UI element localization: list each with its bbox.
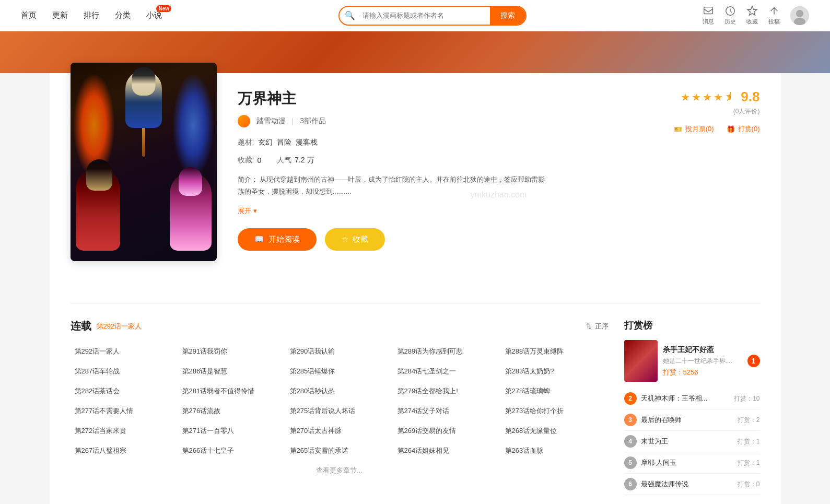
chapter-item[interactable]: 第279话全都给我上!	[393, 381, 501, 401]
search-button[interactable]: 搜索	[490, 7, 525, 25]
donate-button[interactable]: 🎁 打赏(0)	[727, 124, 760, 134]
donate-label: 打赏(0)	[738, 124, 760, 134]
chapter-item[interactable]: 第275话背后说人坏话	[286, 401, 393, 421]
chapter-item[interactable]: 第268话无缘量位	[501, 421, 609, 441]
tag-manzhan[interactable]: 漫客栈	[296, 138, 318, 147]
message-icon-item[interactable]: 消息	[703, 5, 714, 26]
manga-detail: 亿码酷站 ymkuzhan.com 万界神主 踏雪动漫 | 3部作品 题材: 玄…	[71, 73, 760, 303]
manga-stats: 收藏: 0 人气 7.2 万	[238, 156, 674, 165]
reward-list-title[interactable]: 摩耶·人间玉	[641, 458, 677, 467]
reward-rank-3-badge: 3	[624, 414, 637, 426]
chapter-item[interactable]: 第289话为你感到可悲	[393, 342, 501, 361]
chapter-item[interactable]: 第285话锤爆你	[286, 361, 393, 381]
chapter-sort[interactable]: ⇅ 正序	[586, 322, 609, 331]
collect-button[interactable]: ☆ 收藏	[325, 228, 385, 251]
reward-list-title[interactable]: 末世为王	[641, 437, 668, 446]
main-nav: 首页 更新 排行 分类 小说 New	[21, 10, 162, 20]
chapter-item[interactable]: 第291话我罚你	[178, 342, 286, 361]
history-icon-item[interactable]: 历史	[724, 5, 736, 26]
chapter-item[interactable]: 第272话当家米贵	[71, 421, 178, 441]
reward-rank-2-badge: 2	[624, 392, 637, 405]
reward-list-count: 打赏：1	[738, 459, 760, 467]
star-2: ★	[692, 91, 701, 103]
rating-count-text: 0人评价	[735, 108, 758, 115]
nav-update[interactable]: 更新	[52, 10, 68, 20]
collect-stat: 收藏: 0	[238, 156, 262, 165]
chapter-item[interactable]: 第267话八璧祖宗	[71, 441, 178, 461]
chapter-item[interactable]: 第286话是智慧	[178, 361, 286, 381]
chapter-item[interactable]: 第276话流故	[178, 401, 286, 421]
chevron-down-icon: ▾	[253, 207, 257, 215]
nav-rank[interactable]: 排行	[84, 10, 99, 20]
nav-home[interactable]: 首页	[21, 10, 37, 20]
chapter-item[interactable]: 第292话一家人	[71, 342, 178, 361]
search-input[interactable]	[360, 7, 490, 24]
reward-top-info: 杀手王妃不好惹 她是二十一世纪杀手界.... 打赏：5256	[663, 345, 742, 377]
chapter-item[interactable]: 第264话姐妹相见	[393, 441, 501, 461]
user-avatar[interactable]	[790, 6, 809, 25]
read-button[interactable]: 📖 开始阅读	[238, 228, 317, 251]
chapter-item[interactable]: 第277话不需要人情	[71, 401, 178, 421]
expand-button[interactable]: 展开 ▾	[238, 206, 674, 216]
chapter-item[interactable]: 第284话七圣剑之一	[393, 361, 501, 381]
manga-author[interactable]: 踏雪动漫	[256, 116, 286, 126]
donate-icon: 🎁	[727, 125, 735, 133]
author-separator: |	[292, 117, 294, 125]
sort-label: 正序	[595, 322, 609, 331]
chapter-item[interactable]: 第283话太奶奶?	[501, 361, 609, 381]
vote-button[interactable]: 🎫 投月票(0)	[674, 124, 714, 134]
reward-rank-6-badge: 6	[624, 478, 637, 490]
svg-rect-0	[704, 7, 713, 14]
svg-marker-2	[747, 6, 757, 15]
message-label: 消息	[703, 18, 714, 26]
desc-text: 从现代穿越到南州的古神——叶辰，成为了怡红院的主人。并在前往北狄的途中，签应帮助…	[238, 175, 545, 195]
chapter-item[interactable]: 第281话弱者不值得怜惜	[178, 381, 286, 401]
chapter-item[interactable]: 第282话茶话会	[71, 381, 178, 401]
novel-new-badge: New	[156, 5, 171, 12]
reward-list: 2天机神木师：王爷相...打赏：103最后的召唤师打赏：24末世为王打赏：15摩…	[624, 388, 760, 495]
favorite-label: 收藏	[746, 18, 758, 26]
chapter-item[interactable]: 第280话秒认怂	[286, 381, 393, 401]
rating-count: (0人评价)	[676, 107, 760, 116]
chapter-grid: 第292话一家人第291话我罚你第290话我认输第289话为你感到可悲第288话…	[71, 342, 609, 461]
chapter-item[interactable]: 第274话父子对话	[393, 401, 501, 421]
chapter-item[interactable]: 第271话一百零八	[178, 421, 286, 441]
reward-list-title[interactable]: 最后的召唤师	[641, 415, 682, 425]
search-box: 🔍 搜索	[338, 6, 527, 26]
chapter-item[interactable]: 第290话我认输	[286, 342, 393, 361]
chapter-item[interactable]: 第288话万灵束缚阵	[501, 342, 609, 361]
reward-list-title[interactable]: 天机神木师：王爷相...	[641, 394, 708, 403]
collect-label: 收藏	[353, 235, 368, 244]
chapter-item[interactable]: 第266话十七皇子	[178, 441, 286, 461]
manga-title: 万界神主	[238, 89, 674, 109]
chapter-item[interactable]: 第273话给你打个折	[501, 401, 609, 421]
read-label: 开始阅读	[268, 235, 300, 244]
sort-icon: ⇅	[586, 322, 592, 330]
star-4: ★	[714, 91, 723, 103]
chapter-item[interactable]: 第287话车轮战	[71, 361, 178, 381]
reward-list-left: 2天机神木师：王爷相...	[624, 392, 708, 405]
chapter-item[interactable]: 第265话安雪的承诺	[286, 441, 393, 461]
chapter-item[interactable]: 第263话血脉	[501, 441, 609, 461]
reward-list-item: 2天机神木师：王爷相...打赏：10	[624, 388, 760, 409]
tag-adventure[interactable]: 冒险	[277, 138, 291, 147]
favorite-icon-item[interactable]: 收藏	[746, 5, 758, 26]
reward-top-count: 打赏：5256	[663, 368, 742, 377]
reward-list-count: 打赏：1	[738, 437, 760, 446]
popularity-value: 7.2 万	[295, 156, 314, 165]
chapter-item[interactable]: 第269话交易的友情	[393, 421, 501, 441]
chapter-item[interactable]: 第278话琉璃蜱	[501, 381, 609, 401]
see-more-button[interactable]: 查看更多章节...	[71, 466, 609, 475]
reward-list-count: 打赏：0	[738, 480, 760, 489]
rating-score: 9.8	[741, 89, 759, 105]
chapter-item[interactable]: 第270话太古神脉	[286, 421, 393, 441]
reward-top-title[interactable]: 杀手王妃不好惹	[663, 345, 742, 355]
reward-rank-1-badge: 1	[747, 355, 760, 367]
reward-list-title[interactable]: 最强魔法师传说	[641, 479, 688, 489]
reward-list-item: 5摩耶·人间玉打赏：1	[624, 452, 760, 474]
nav-category[interactable]: 分类	[115, 10, 131, 20]
tag-xuanhuan[interactable]: 玄幻	[258, 138, 273, 147]
reward-top-item: 杀手王妃不好惹 她是二十一世纪杀手界.... 打赏：5256 1	[624, 340, 760, 382]
submit-icon-item[interactable]: 投稿	[768, 5, 780, 26]
author-avatar-icon	[238, 115, 250, 127]
